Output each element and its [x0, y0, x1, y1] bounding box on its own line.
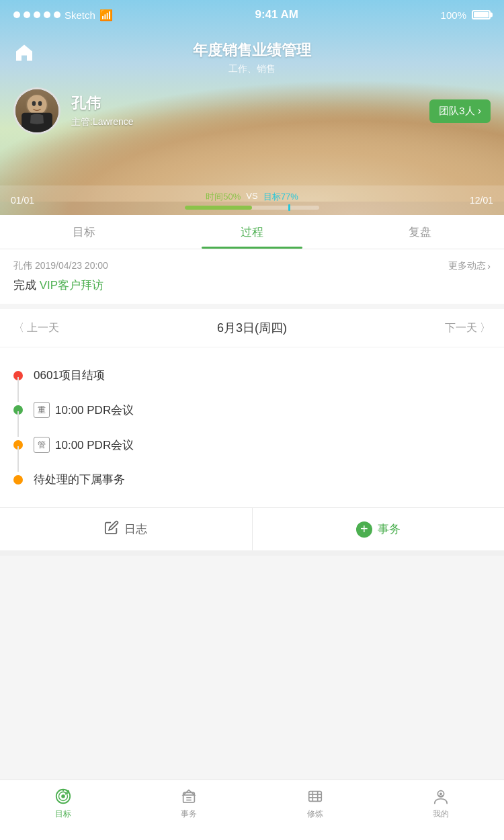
home-button[interactable]	[13, 42, 35, 69]
bottom-nav: 目标 事务 修炼	[0, 780, 504, 840]
signal-dot-4	[44, 11, 50, 18]
progress-bar-time	[185, 206, 252, 210]
team-button[interactable]: 团队3人 ›	[429, 99, 491, 123]
user-name: 孔伟	[71, 93, 429, 114]
next-day-label: 下一天	[445, 321, 477, 335]
status-left: Sketch 📶	[13, 9, 113, 22]
svg-point-2	[27, 95, 46, 114]
log-button[interactable]: 日志	[0, 508, 253, 550]
progress-labels: 时间50% VS 目标77%	[206, 191, 298, 203]
status-right: 100%	[441, 9, 491, 21]
nav-label-mine: 我的	[433, 808, 449, 820]
task-item[interactable]: 0601项目结项	[0, 358, 504, 392]
tab-process[interactable]: 过程	[168, 215, 336, 249]
activity-action: 完成	[13, 279, 40, 292]
activity-task-link[interactable]: VIP客户拜访	[40, 279, 103, 292]
plus-icon: +	[356, 521, 372, 538]
signal-dots	[13, 11, 60, 18]
chevron-right-icon: ›	[478, 105, 481, 117]
nav-label-goals: 目标	[55, 808, 71, 820]
tab-bar: 目标 过程 复盘	[0, 215, 504, 249]
status-time: 9:41 AM	[255, 8, 298, 22]
task-dot-orange	[13, 475, 23, 485]
user-info: 孔伟 主管:Lawrence	[71, 93, 429, 128]
header-top: 年度销售业绩管理 工作、销售	[0, 30, 504, 81]
date-nav: 〈 上一天 6月3日(周四) 下一天 〉	[0, 309, 504, 347]
progress-bar-target	[288, 204, 290, 211]
page-title: 年度销售业绩管理	[193, 40, 311, 60]
prev-day-label: 上一天	[27, 321, 59, 335]
team-button-label: 团队3人	[439, 105, 474, 118]
page-subtitle: 工作、销售	[228, 63, 276, 75]
signal-dot-2	[24, 11, 30, 18]
goals-nav-icon	[54, 787, 73, 806]
nav-item-practice[interactable]: 修炼	[252, 787, 378, 820]
date-end: 12/01	[470, 195, 493, 206]
user-manager: 主管:Lawrence	[71, 116, 429, 128]
activity-user-date: 孔伟 2019/04/23 20:00	[13, 260, 108, 272]
activity-section: 孔伟 2019/04/23 20:00 更多动态 › 完成 VIP客户拜访	[0, 249, 504, 309]
signal-dot-5	[54, 11, 60, 18]
time-label: 时间50%	[206, 191, 241, 203]
target-label: 目标77%	[263, 191, 298, 203]
task-list: 0601项目结项 重 10:00 PDR会议 管 10:00 PDR会议 待处理…	[0, 347, 504, 507]
task-text: 待处理的下属事务	[34, 472, 125, 487]
log-label: 日志	[124, 521, 147, 537]
nav-label-practice: 修炼	[307, 808, 323, 820]
avatar	[13, 87, 60, 134]
progress-row: 01/01 时间50% VS 目标77% 12/01	[0, 185, 504, 215]
task-item[interactable]: 重 10:00 PDR会议	[0, 392, 504, 427]
task-badge-manage: 管	[34, 437, 50, 453]
nav-item-goals[interactable]: 目标	[0, 787, 126, 820]
svg-point-8	[61, 794, 65, 798]
prev-day-button[interactable]: 〈 上一天	[13, 321, 59, 335]
status-bar: Sketch 📶 9:41 AM 100%	[0, 0, 504, 30]
user-row: 孔伟 主管:Lawrence 团队3人 ›	[0, 87, 504, 134]
activity-meta: 孔伟 2019/04/23 20:00 更多动态 ›	[13, 260, 491, 272]
battery-icon	[472, 10, 491, 19]
task-text: 10:00 PDR会议	[55, 403, 134, 418]
edit-icon	[104, 520, 119, 538]
svg-rect-16	[308, 792, 321, 802]
chevron-right-icon: 〉	[480, 321, 491, 335]
bottom-actions: 日志 + 事务	[0, 507, 504, 556]
svg-point-4	[38, 101, 42, 106]
vs-label: VS	[246, 191, 257, 203]
task-item[interactable]: 待处理的下属事务	[0, 462, 504, 497]
signal-dot-1	[13, 11, 20, 18]
task-label: 事务	[378, 521, 401, 537]
tasks-nav-icon	[179, 787, 198, 806]
task-badge-heavy: 重	[34, 402, 50, 418]
next-day-button[interactable]: 下一天 〉	[445, 321, 491, 335]
tab-goals[interactable]: 目标	[0, 215, 168, 249]
progress-bar	[185, 206, 319, 210]
add-task-button[interactable]: + 事务	[253, 508, 505, 550]
avatar-face	[15, 89, 58, 132]
svg-point-11	[67, 790, 69, 793]
svg-point-3	[32, 101, 36, 106]
activity-content: 完成 VIP客户拜访	[13, 278, 491, 293]
nav-label-tasks: 事务	[181, 808, 197, 820]
header: 年度销售业绩管理 工作、销售 孔伟 主管:Lawrence	[0, 0, 504, 215]
progress-center: 时间50% VS 目标77%	[34, 191, 470, 210]
status-app-label: Sketch	[65, 9, 95, 21]
nav-item-tasks[interactable]: 事务	[126, 787, 253, 820]
svg-point-22	[439, 792, 442, 795]
date-start: 01/01	[11, 195, 34, 206]
wifi-icon: 📶	[99, 9, 113, 22]
signal-dot-3	[34, 11, 40, 18]
task-text: 0601项目结项	[34, 368, 105, 383]
task-text: 10:00 PDR会议	[55, 437, 134, 453]
practice-nav-icon	[306, 787, 325, 806]
task-item[interactable]: 管 10:00 PDR会议	[0, 427, 504, 462]
battery-fill	[474, 12, 489, 17]
mine-nav-icon	[431, 787, 450, 806]
chevron-left-icon: 〈	[13, 321, 24, 335]
tab-review[interactable]: 复盘	[336, 215, 504, 249]
nav-item-mine[interactable]: 我的	[378, 787, 505, 820]
activity-more-button[interactable]: 更多动态 ›	[448, 260, 491, 272]
home-icon	[13, 47, 35, 68]
current-date: 6月3日(周四)	[217, 320, 287, 336]
battery-percent: 100%	[441, 9, 466, 21]
chevron-right-icon: ›	[487, 261, 491, 271]
